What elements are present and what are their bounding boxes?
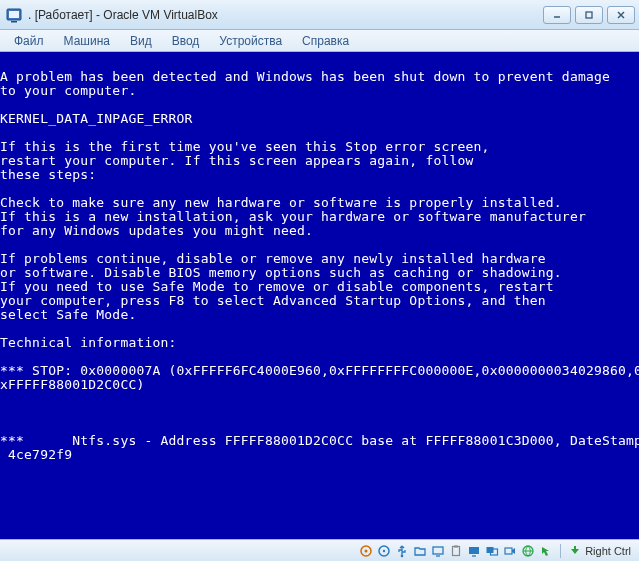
maximize-button[interactable]: [575, 6, 603, 24]
window-title: . [Работает] - Oracle VM VirtualBox: [28, 8, 543, 22]
minimize-button[interactable]: [543, 6, 571, 24]
svg-rect-14: [453, 546, 460, 555]
menubar: Файл Машина Вид Ввод Устройства Справка: [0, 30, 639, 52]
menu-help[interactable]: Справка: [292, 32, 359, 50]
network-icon[interactable]: [520, 543, 536, 559]
mouse-integration-icon[interactable]: [538, 543, 554, 559]
status-separator: [560, 544, 561, 558]
screen2-icon[interactable]: [484, 543, 500, 559]
svg-rect-12: [433, 547, 443, 554]
hostkey-indicator[interactable]: Right Ctrl: [567, 544, 635, 558]
virtualbox-window: . [Работает] - Oracle VM VirtualBox Файл…: [0, 0, 639, 561]
shared-folder-icon[interactable]: [412, 543, 428, 559]
svg-rect-4: [586, 12, 592, 18]
recording-icon[interactable]: [502, 543, 518, 559]
usb-icon[interactable]: [394, 543, 410, 559]
titlebar: . [Работает] - Oracle VM VirtualBox: [0, 0, 639, 30]
virtualbox-app-icon: [6, 7, 22, 23]
svg-point-10: [383, 549, 385, 551]
svg-point-8: [365, 549, 368, 552]
menu-file[interactable]: Файл: [4, 32, 54, 50]
svg-rect-16: [469, 547, 479, 554]
close-button[interactable]: [607, 6, 635, 24]
statusbar: Right Ctrl: [0, 539, 639, 561]
display-icon[interactable]: [430, 543, 446, 559]
hostkey-arrow-icon: [569, 544, 583, 558]
svg-point-11: [401, 554, 404, 557]
svg-rect-20: [505, 548, 512, 554]
svg-rect-2: [11, 21, 17, 23]
svg-rect-1: [9, 11, 19, 18]
menu-input[interactable]: Ввод: [162, 32, 210, 50]
window-controls: [543, 6, 635, 24]
clipboard-icon[interactable]: [448, 543, 464, 559]
hard-disk-icon[interactable]: [358, 543, 374, 559]
screen1-icon[interactable]: [466, 543, 482, 559]
menu-devices[interactable]: Устройства: [209, 32, 292, 50]
menu-machine[interactable]: Машина: [54, 32, 120, 50]
optical-disc-icon[interactable]: [376, 543, 392, 559]
guest-display-bsod[interactable]: A problem has been detected and Windows …: [0, 52, 639, 539]
menu-view[interactable]: Вид: [120, 32, 162, 50]
svg-rect-15: [454, 545, 458, 547]
hostkey-label: Right Ctrl: [585, 545, 631, 557]
